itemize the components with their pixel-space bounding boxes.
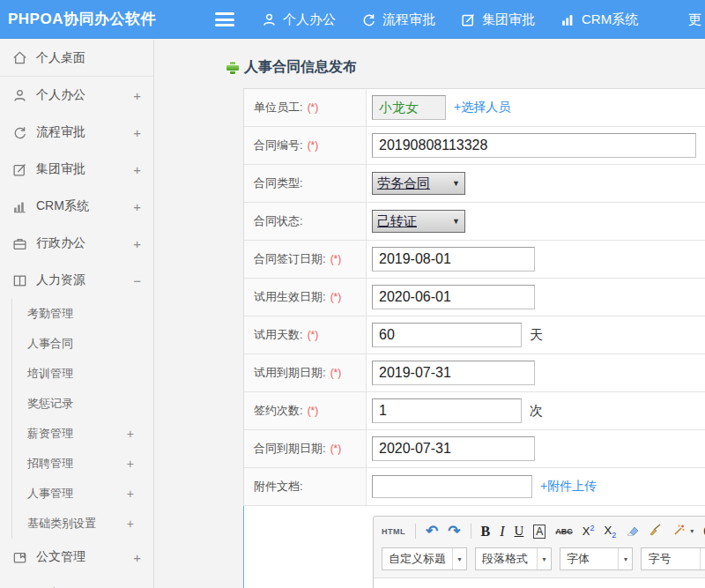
- bar-chart-icon: [560, 12, 575, 27]
- editor-toolbar-row2: 自定义标题 ▾ 段落格式 ▾ 字体 ▾ 字号 ▾: [374, 546, 705, 577]
- document-icon: [12, 550, 27, 565]
- form-row-trial-end: 试用到期日期: (*): [244, 354, 705, 392]
- form-row-contract-no: 合同编号: (*): [244, 127, 705, 165]
- field-label: 签约次数:: [254, 403, 303, 419]
- person-icon: [12, 88, 27, 103]
- attachment-field[interactable]: [372, 475, 532, 498]
- form-row-contract-status: 合同状态: 己转证 ▼: [244, 203, 705, 241]
- font-color-icon[interactable]: A: [533, 525, 545, 539]
- sidebar-item-crm[interactable]: CRM系统 +: [0, 188, 153, 225]
- html-source-button[interactable]: HTML: [382, 527, 405, 536]
- italic-icon[interactable]: I: [500, 524, 504, 540]
- sidebar-item-admin-office[interactable]: 行政办公 +: [0, 225, 153, 262]
- nav-crm-system[interactable]: CRM系统: [560, 11, 638, 28]
- flow-arrow-icon: [361, 12, 376, 27]
- paragraph-format-select[interactable]: 段落格式 ▾: [475, 547, 552, 570]
- upload-attachment-link[interactable]: +附件上传: [540, 479, 597, 495]
- underline-icon[interactable]: U: [515, 524, 524, 539]
- employee-field[interactable]: [372, 95, 446, 120]
- sidebar-item-rewards[interactable]: 奖惩记录: [12, 389, 153, 419]
- format-brush-icon[interactable]: [649, 524, 662, 540]
- app-logo: PHPOA协同办公软件: [8, 0, 156, 39]
- sign-count-field[interactable]: [372, 398, 522, 423]
- person-icon: [262, 12, 277, 27]
- unit-suffix: 天: [530, 327, 543, 344]
- sidebar-item-recruit[interactable]: 招聘管理 +: [12, 449, 153, 479]
- form-row-contract-type: 合同类型: 劳务合同 ▼: [244, 165, 705, 203]
- trial-end-date-field[interactable]: [372, 361, 535, 385]
- dropdown-arrow-icon: ▾: [700, 548, 705, 569]
- form-row-expire-date: 合同到期日期: (*): [244, 430, 705, 468]
- contract-type-select[interactable]: 劳务合同 ▼: [372, 172, 465, 195]
- required-marker: (*): [330, 291, 342, 303]
- required-marker: (*): [308, 101, 319, 114]
- required-marker: (*): [330, 253, 342, 265]
- sidebar-item-base-category[interactable]: 基础类别设置 +: [12, 509, 153, 539]
- contract-form: 单位员工: (*) +选择人员 合同编号: (*) 合同类型:: [243, 88, 705, 588]
- contract-status-select[interactable]: 己转证 ▼: [372, 210, 465, 233]
- page-title-bar: 人事合同信息发布: [226, 58, 705, 77]
- dropdown-arrow-icon: ▼: [452, 179, 460, 188]
- flow-arrow-icon: [12, 125, 27, 140]
- strikethrough-icon[interactable]: ABC: [555, 527, 573, 536]
- form-row-sign-count: 签约次数: (*) 次: [244, 392, 705, 430]
- trial-days-field[interactable]: [372, 323, 522, 347]
- required-marker: (*): [308, 139, 319, 152]
- trial-start-date-field[interactable]: [372, 285, 535, 309]
- sidebar-item-desktop[interactable]: 个人桌面: [0, 40, 153, 77]
- sidebar-item-documents[interactable]: 公文管理 +: [0, 539, 153, 576]
- briefcase-icon: [12, 236, 27, 251]
- undo-icon[interactable]: ↶: [426, 524, 438, 539]
- sidebar-item-attendance[interactable]: 考勤管理: [12, 299, 153, 329]
- sign-date-field[interactable]: [372, 247, 535, 272]
- sidebar-item-personal-office[interactable]: 个人办公 +: [0, 77, 153, 114]
- nav-workflow-approval[interactable]: 流程审批: [361, 11, 435, 28]
- nav-group-approval[interactable]: 集团审批: [461, 11, 535, 28]
- choose-person-link[interactable]: +选择人员: [454, 100, 510, 115]
- home-icon: [12, 50, 27, 65]
- field-label: 合同签订日期:: [254, 251, 326, 267]
- nav-more[interactable]: 更: [688, 0, 701, 39]
- custom-title-select[interactable]: 自定义标题 ▾: [382, 547, 467, 570]
- font-size-select[interactable]: 字号 ▾: [641, 547, 705, 570]
- sidebar-item-hr-manage[interactable]: 人事管理 +: [12, 479, 153, 509]
- sidebar-item-vehicle[interactable]: 用车管理 +: [0, 576, 153, 588]
- form-row-trial-start: 试用生效日期: (*): [244, 279, 705, 316]
- magic-wand-icon[interactable]: [672, 524, 686, 540]
- sidebar: 个人桌面 个人办公 + 流程审批 + 集团审批 +: [0, 40, 154, 588]
- field-label: 附件文档:: [254, 479, 303, 495]
- menu-toggle-icon[interactable]: [215, 12, 234, 26]
- add-plus-icon: [226, 61, 240, 75]
- field-label: 试用天数:: [254, 327, 303, 343]
- required-marker: (*): [308, 405, 319, 417]
- main-content: 人事合同信息发布 单位员工: (*) +选择人员 合同编号: (*): [155, 40, 705, 588]
- edit-square-icon: [461, 12, 476, 27]
- sidebar-hr-submenu: 考勤管理 人事合同 培训管理 奖惩记录 薪资管理 + 招聘管理 + 人事管理 +…: [11, 299, 153, 539]
- top-navigation: 个人办公 流程审批 集团审批 CRM系统: [262, 0, 638, 39]
- sidebar-item-hr[interactable]: 人力资源 −: [0, 262, 153, 299]
- contract-number-field[interactable]: [372, 133, 696, 158]
- sidebar-item-hr-contract[interactable]: 人事合同: [12, 329, 153, 359]
- sidebar-item-workflow-approval[interactable]: 流程审批 +: [0, 114, 153, 151]
- redo-icon[interactable]: ↷: [448, 524, 460, 539]
- sidebar-item-group-approval[interactable]: 集团审批 +: [0, 151, 153, 188]
- expire-date-field[interactable]: [372, 436, 535, 461]
- editor-content-area[interactable]: [374, 577, 705, 588]
- field-label: 试用生效日期:: [254, 289, 326, 305]
- wand-dropdown-arrow-icon[interactable]: ▾: [690, 527, 694, 535]
- nav-personal-office[interactable]: 个人办公: [262, 11, 336, 28]
- sidebar-item-training[interactable]: 培训管理: [12, 359, 153, 389]
- subscript-icon[interactable]: X2: [605, 524, 617, 540]
- bold-icon[interactable]: B: [481, 524, 491, 540]
- superscript-icon[interactable]: X2: [583, 524, 595, 538]
- dropdown-arrow-icon: ▾: [537, 548, 551, 569]
- sidebar-item-salary[interactable]: 薪资管理 +: [12, 419, 153, 449]
- font-family-select[interactable]: 字体 ▾: [560, 547, 634, 570]
- eraser-icon[interactable]: [626, 524, 639, 540]
- field-label: 试用到期日期:: [254, 365, 326, 381]
- dropdown-arrow-icon: ▼: [452, 217, 460, 226]
- form-row-attachment: 附件文档: +附件上传: [244, 468, 705, 506]
- field-label: 合同类型:: [254, 175, 303, 191]
- form-row-employee: 单位员工: (*) +选择人员: [244, 89, 705, 127]
- page-title: 人事合同信息发布: [244, 58, 357, 77]
